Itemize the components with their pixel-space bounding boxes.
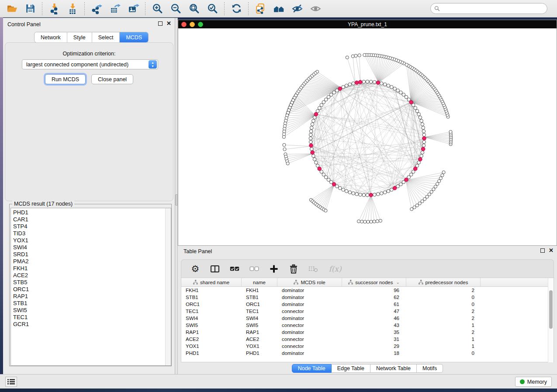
graph-leaf-node[interactable]	[357, 220, 360, 223]
mcds-node[interactable]	[405, 178, 408, 182]
zoom-in-button[interactable]	[148, 1, 166, 16]
graph-leaf-node[interactable]	[351, 55, 354, 58]
graph-node[interactable]	[309, 130, 313, 133]
graph-node[interactable]	[387, 189, 390, 193]
window-close-icon[interactable]	[181, 22, 187, 27]
mcds-node[interactable]	[419, 158, 422, 162]
mcds-node[interactable]	[338, 87, 342, 91]
close-panel-button[interactable]: Close panel	[91, 74, 133, 84]
save-session-button[interactable]	[21, 1, 39, 16]
graph-node[interactable]	[324, 98, 328, 101]
graph-leaf-node[interactable]	[354, 54, 357, 57]
graph-leaf-node[interactable]	[283, 143, 286, 146]
graph-node[interactable]	[318, 107, 321, 110]
table-row[interactable]: ACE2ACE2connector311	[181, 336, 554, 343]
column-header-MCDS-role[interactable]: MCDS role	[277, 278, 342, 286]
graph-leaf-node[interactable]	[324, 209, 327, 212]
graph-leaf-node[interactable]	[363, 53, 366, 56]
run-mcds-button[interactable]: Run MCDS	[45, 74, 86, 84]
graph-leaf-node[interactable]	[367, 220, 370, 223]
graph-node[interactable]	[366, 80, 369, 83]
copy-network-button[interactable]	[251, 1, 270, 16]
show-all-button[interactable]	[306, 1, 325, 16]
mcds-node[interactable]	[421, 147, 425, 151]
graph-leaf-node[interactable]	[282, 135, 285, 138]
tab-motifs[interactable]: Motifs	[417, 364, 443, 373]
graph-node[interactable]	[327, 178, 330, 182]
graph-leaf-node[interactable]	[346, 56, 349, 59]
graph-leaf-node[interactable]	[379, 219, 382, 222]
graph-leaf-node[interactable]	[438, 179, 441, 182]
mcds-node[interactable]	[311, 151, 315, 155]
window-minimize-icon[interactable]	[190, 22, 195, 27]
export-table-button[interactable]	[106, 1, 124, 16]
mcds-result-item[interactable]: PMA2	[13, 258, 29, 265]
mcds-result-item[interactable]: STB5	[13, 279, 29, 286]
graph-leaf-node[interactable]	[434, 185, 437, 188]
mcds-node[interactable]	[332, 182, 336, 186]
table-row[interactable]: TEC1TEC1connector472	[181, 308, 554, 315]
graph-leaf-node[interactable]	[376, 220, 379, 223]
export-image-button[interactable]	[124, 1, 142, 16]
graph-leaf-node[interactable]	[363, 220, 367, 223]
split-table-button[interactable]	[210, 264, 220, 274]
graph-node[interactable]	[419, 116, 422, 119]
graph-node[interactable]	[359, 193, 362, 196]
graph-node[interactable]	[377, 193, 380, 196]
column-settings-button[interactable]: ⚙	[190, 264, 201, 274]
graph-node[interactable]	[380, 192, 384, 195]
mcds-result-item[interactable]: RAP1	[13, 293, 29, 300]
mcds-result-item[interactable]: ORC1	[13, 286, 29, 293]
graph-leaf-node[interactable]	[283, 148, 286, 151]
graph-node[interactable]	[309, 133, 312, 137]
mcds-node[interactable]	[309, 144, 313, 148]
graph-node[interactable]	[339, 186, 342, 190]
column-header-shared-name[interactable]: shared name	[181, 278, 242, 286]
graph-node[interactable]	[422, 130, 426, 133]
tab-style[interactable]: Style	[67, 32, 92, 42]
graph-node[interactable]	[310, 126, 314, 130]
mcds-node[interactable]	[318, 167, 322, 171]
graph-node[interactable]	[399, 91, 403, 94]
mcds-result-item[interactable]: FKH1	[13, 265, 29, 272]
open-file-button[interactable]	[3, 1, 21, 16]
graph-leaf-node[interactable]	[442, 171, 445, 174]
graph-leaf-node[interactable]	[436, 182, 439, 186]
graph-node[interactable]	[342, 188, 345, 192]
table-row[interactable]: RAP1RAP1dominator352	[181, 329, 554, 336]
graph-node[interactable]	[422, 140, 426, 144]
graph-node[interactable]	[422, 126, 425, 130]
graph-node[interactable]	[422, 144, 426, 147]
table-row[interactable]: ORC1ORC1dominator610	[181, 301, 554, 308]
graph-node[interactable]	[409, 173, 413, 176]
table-row[interactable]: FKH1FKH1dominator962	[181, 287, 554, 294]
graph-leaf-node[interactable]	[439, 177, 442, 180]
zoom-out-button[interactable]	[166, 1, 185, 16]
graph-leaf-node[interactable]	[441, 174, 444, 177]
graph-leaf-node[interactable]	[405, 63, 408, 66]
graph-node[interactable]	[313, 158, 316, 161]
graph-node[interactable]	[312, 119, 315, 123]
window-maximize-icon[interactable]	[198, 22, 203, 27]
graph-leaf-node[interactable]	[286, 162, 289, 165]
mcds-result-item[interactable]: PHD1	[13, 209, 29, 216]
graph-leaf-node[interactable]	[370, 220, 373, 223]
mcds-result-item[interactable]: STP4	[13, 223, 29, 230]
graph-node[interactable]	[362, 80, 366, 83]
graph-node[interactable]	[345, 84, 348, 87]
column-header-predecessor-nodes[interactable]: predecessor nodes	[406, 278, 481, 286]
graph-leaf-node[interactable]	[373, 220, 376, 223]
mcds-node[interactable]	[376, 81, 380, 85]
table-row[interactable]: PHD1PHD1dominator180	[181, 350, 554, 357]
graph-node[interactable]	[421, 151, 424, 155]
tab-network[interactable]: Network	[35, 32, 67, 42]
graph-node[interactable]	[320, 103, 323, 107]
graph-node[interactable]	[415, 110, 419, 113]
graph-node[interactable]	[380, 82, 384, 85]
graph-node[interactable]	[396, 89, 400, 92]
mcds-node[interactable]	[369, 193, 373, 197]
table-row[interactable]: STB1STB1dominator620	[181, 294, 554, 301]
graph-leaf-node[interactable]	[358, 54, 361, 57]
hide-selected-button[interactable]	[288, 1, 306, 16]
graph-leaf-node[interactable]	[449, 130, 452, 133]
